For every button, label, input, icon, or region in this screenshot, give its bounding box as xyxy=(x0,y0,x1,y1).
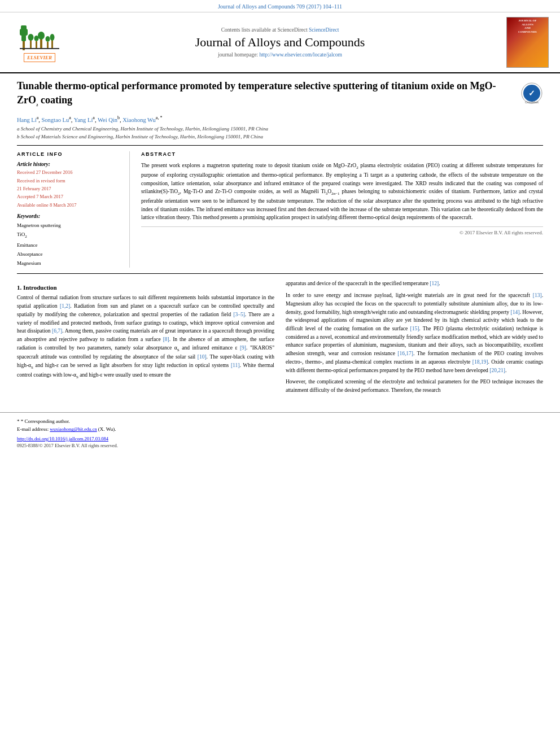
citation-bar: Journal of Alloys and Compounds 709 (201… xyxy=(0,0,560,12)
svg-rect-4 xyxy=(30,40,32,48)
email-suffix: (X. Wu). xyxy=(98,426,116,432)
affiliation-b: b School of Materials Science and Engine… xyxy=(17,133,543,141)
elsevier-tree-icon xyxy=(20,23,59,51)
svg-point-9 xyxy=(38,32,45,40)
history-label: Article history: xyxy=(17,161,121,167)
svg-text:CrossMark: CrossMark xyxy=(525,101,539,104)
svg-point-11 xyxy=(46,36,50,42)
keywords-label: Keywords: xyxy=(17,213,121,219)
accepted-date: Accepted 7 March 2017 xyxy=(17,193,121,200)
article-title: Tunable thermo-optical performance promo… xyxy=(17,79,520,108)
journal-cover-image: JOURNAL OFALLOYSANDCOMPOUNDS xyxy=(506,17,549,68)
article-body: Tunable thermo-optical performance promo… xyxy=(0,73,560,407)
section1-heading: 1. Introduction xyxy=(17,284,274,291)
footer: * * Corresponding author. E-mail address… xyxy=(0,412,560,453)
body-right-col: apparatus and device of the spacecraft i… xyxy=(286,279,543,397)
sciencedirect-link[interactable]: ScienceDirect xyxy=(309,27,339,33)
body-text-left: Control of thermal radiation from struct… xyxy=(17,294,274,380)
svg-rect-3 xyxy=(21,25,27,30)
svg-text:✓: ✓ xyxy=(528,89,535,98)
journal-header: ELSEVIER Contents lists available at Sci… xyxy=(0,12,560,73)
svg-rect-10 xyxy=(47,42,49,48)
svg-point-13 xyxy=(50,34,55,41)
footer-issn: 0925-8388/© 2017 Elsevier B.V. All right… xyxy=(17,443,543,448)
citation-text: Journal of Alloys and Compounds 709 (201… xyxy=(218,3,342,10)
header-right: JOURNAL OFALLOYSANDCOMPOUNDS xyxy=(492,17,549,68)
body-text-right-2: In order to save energy and increase pay… xyxy=(286,291,543,374)
corresponding-label: * Corresponding author. xyxy=(21,418,70,424)
body-left-col: 1. Introduction Control of thermal radia… xyxy=(17,279,274,397)
page: Journal of Alloys and Compounds 709 (201… xyxy=(0,0,560,453)
received-date: Received 27 December 2016 xyxy=(17,168,121,176)
header-logo-area: ELSEVIER xyxy=(11,23,68,62)
svg-rect-14 xyxy=(20,48,59,49)
body-text-right-3: However, the complicated screening of th… xyxy=(286,378,543,394)
article-title-section: Tunable thermo-optical performance promo… xyxy=(17,79,543,112)
svg-rect-12 xyxy=(51,40,53,48)
svg-point-5 xyxy=(28,34,34,41)
article-info-abstract: ARTICLE INFO Article history: Received 2… xyxy=(17,145,543,268)
journal-homepage-link[interactable]: http://www.elsevier.com/locate/jalcom xyxy=(259,52,342,58)
affiliation-a: a School of Chemistry and Chemical Engin… xyxy=(17,125,543,133)
abstract-label: ABSTRACT xyxy=(141,151,543,157)
received-revised-date: Received in revised form21 February 2017 xyxy=(17,177,121,193)
journal-title-header: Journal of Alloys and Compounds xyxy=(68,35,492,50)
authors-line: Hang Lia, Songtao Lua, Yang Lia, Wei Qin… xyxy=(17,115,543,123)
abstract-text: The present work explores a magnetron sp… xyxy=(141,161,543,222)
svg-rect-6 xyxy=(36,41,37,48)
affiliations: a School of Chemistry and Chemical Engin… xyxy=(17,125,543,141)
keywords-list: Magnetron sputtering TiO2 Emittance Abso… xyxy=(17,221,121,268)
abstract-col: ABSTRACT The present work explores a mag… xyxy=(141,151,543,268)
body-two-col: 1. Introduction Control of thermal radia… xyxy=(17,279,543,397)
sciencedirect-line: Contents lists available at ScienceDirec… xyxy=(68,27,492,33)
available-date: Available online 8 March 2017 xyxy=(17,201,121,209)
keywords-block: Keywords: Magnetron sputtering TiO2 Emit… xyxy=(17,213,121,268)
main-body: 1. Introduction Control of thermal radia… xyxy=(17,273,543,397)
footer-doi: http://dx.doi.org/10.1016/j.jallcom.2017… xyxy=(17,436,543,442)
footer-corresponding: * * Corresponding author. xyxy=(17,417,543,426)
copyright-line: © 2017 Elsevier B.V. All rights reserved… xyxy=(141,226,543,235)
section1-title: Introduction xyxy=(23,284,57,291)
article-info-col: ARTICLE INFO Article history: Received 2… xyxy=(17,151,130,268)
header-center: Contents lists available at ScienceDirec… xyxy=(68,27,492,58)
doi-link[interactable]: http://dx.doi.org/10.1016/j.jallcom.2017… xyxy=(17,436,108,442)
footer-email: E-mail address: wuxiaohong@hit.edu.cn (X… xyxy=(17,425,543,434)
svg-rect-8 xyxy=(40,39,42,48)
section1-number: 1. xyxy=(17,284,21,291)
article-history: Article history: Received 27 December 20… xyxy=(17,161,121,209)
body-text-right-1: apparatus and device of the spacecraft i… xyxy=(286,279,543,288)
email-link[interactable]: wuxiaohong@hit.edu.cn xyxy=(50,426,97,432)
article-info-label: ARTICLE INFO xyxy=(17,151,121,157)
cover-title-text: JOURNAL OFALLOYSANDCOMPOUNDS xyxy=(518,19,537,34)
footnote-star: * xyxy=(17,418,20,424)
journal-homepage: journal homepage: http://www.elsevier.co… xyxy=(68,52,492,58)
crossmark-icon: ✓ CrossMark xyxy=(520,82,543,104)
elsevier-logo: ELSEVIER xyxy=(24,53,55,62)
email-label: E-mail address: xyxy=(17,426,49,432)
